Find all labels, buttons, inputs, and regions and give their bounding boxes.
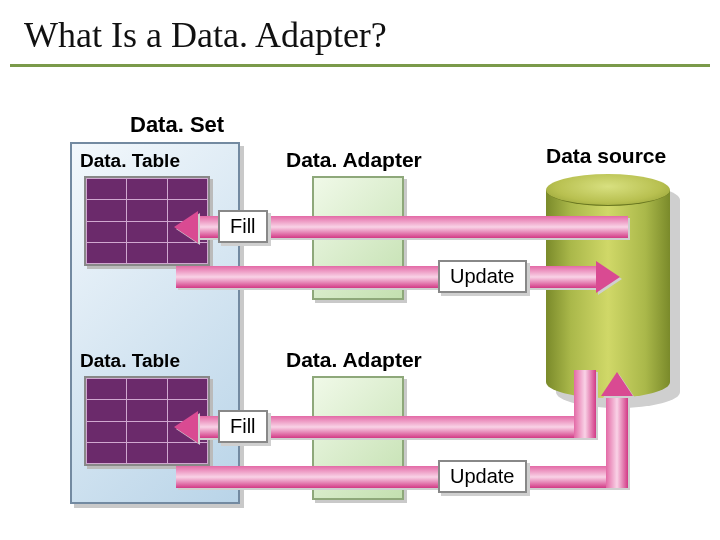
fill1-label: Fill <box>218 210 268 243</box>
fill2-arrow-bar-v <box>574 370 596 438</box>
update1-arrow-bar <box>176 266 598 288</box>
update2-arrow-head <box>601 372 633 396</box>
datasource-label: Data source <box>546 144 666 168</box>
update2-label: Update <box>438 460 527 493</box>
title-underline <box>10 64 710 67</box>
adapter2-label: Data. Adapter <box>286 348 422 372</box>
datatable1-label: Data. Table <box>80 150 180 172</box>
datatable2-label: Data. Table <box>80 350 180 372</box>
update1-arrow-head <box>596 261 620 293</box>
fill2-label: Fill <box>218 410 268 443</box>
dataset-label: Data. Set <box>130 112 224 138</box>
update2-arrow-bar-h <box>176 466 628 488</box>
adapter1-label: Data. Adapter <box>286 148 422 172</box>
fill2-arrow-head <box>174 411 198 443</box>
update2-arrow-bar-v <box>606 394 628 488</box>
slide-title: What Is a Data. Adapter? <box>24 14 387 56</box>
update1-label: Update <box>438 260 527 293</box>
fill1-arrow-head <box>174 211 198 243</box>
